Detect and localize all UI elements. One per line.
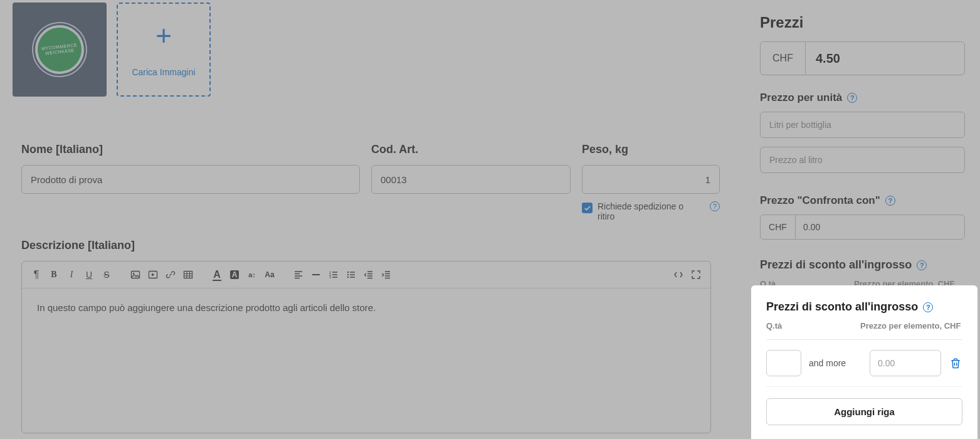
strikethrough-icon[interactable]: S bbox=[98, 267, 115, 283]
help-icon[interactable]: ? bbox=[885, 196, 895, 206]
name-input[interactable] bbox=[21, 165, 360, 194]
prices-heading: Prezzi bbox=[760, 14, 965, 31]
add-row-button[interactable]: Aggiungi riga bbox=[766, 398, 962, 425]
weight-input[interactable] bbox=[582, 165, 720, 194]
svg-rect-0 bbox=[132, 272, 140, 278]
description-editor: ¶ B I U S bbox=[21, 261, 711, 433]
editor-toolbar: ¶ B I U S bbox=[22, 262, 710, 288]
svg-text:3: 3 bbox=[329, 275, 331, 279]
images-panel: MYCOMMERCEWEICHKÄSE + Carica Immagini bbox=[0, 0, 732, 109]
help-icon[interactable]: ? bbox=[917, 260, 927, 270]
upload-image-button[interactable]: + Carica Immagini bbox=[117, 3, 211, 97]
compare-price-value: 0.00 bbox=[796, 215, 964, 239]
help-icon[interactable]: ? bbox=[847, 93, 857, 103]
description-text: In questo campo può aggiungere una descr… bbox=[37, 302, 376, 313]
per-unit-heading: Prezzo per unità ? bbox=[760, 92, 965, 104]
wholesale-panel-highlight: Prezzi di sconto all'ingrosso ? Q.tà Pre… bbox=[751, 285, 977, 439]
bold-icon[interactable]: B bbox=[46, 267, 62, 283]
trash-icon[interactable] bbox=[949, 356, 962, 370]
svg-rect-3 bbox=[184, 272, 192, 278]
svg-point-7 bbox=[347, 272, 349, 273]
per-unit-price-input[interactable] bbox=[760, 147, 965, 173]
svg-point-1 bbox=[133, 273, 134, 274]
product-image-thumbnail[interactable]: MYCOMMERCEWEICHKÄSE bbox=[13, 3, 107, 97]
italic-icon[interactable]: I bbox=[63, 267, 80, 283]
compare-price-heading: Prezzo "Confronta con" ? bbox=[760, 194, 965, 207]
wholesale-qty-input[interactable] bbox=[766, 350, 801, 376]
table-icon[interactable] bbox=[180, 267, 196, 283]
weight-label: Peso, kg bbox=[582, 143, 720, 156]
text-color-icon[interactable]: A bbox=[209, 267, 225, 283]
link-icon[interactable] bbox=[162, 267, 179, 283]
unordered-list-icon[interactable] bbox=[343, 267, 359, 283]
per-unit-quantity-input[interactable] bbox=[760, 112, 965, 138]
code-view-icon[interactable] bbox=[670, 267, 687, 283]
sku-input[interactable] bbox=[371, 165, 571, 194]
image-icon[interactable] bbox=[127, 267, 144, 283]
underline-icon[interactable]: U bbox=[81, 267, 97, 283]
help-icon[interactable]: ? bbox=[710, 201, 720, 211]
price-value: 4.50 bbox=[806, 42, 964, 75]
horizontal-rule-icon[interactable] bbox=[308, 267, 324, 283]
upload-label: Carica Immagini bbox=[132, 67, 195, 77]
description-label: Descrizione [Italiano] bbox=[21, 239, 135, 251]
svg-point-9 bbox=[347, 277, 349, 278]
background-color-icon[interactable]: A bbox=[226, 267, 243, 283]
fields-panel: Nome [Italiano] Cod. Art. Peso, kg bbox=[0, 124, 732, 439]
ordered-list-icon[interactable]: 123 bbox=[325, 267, 342, 283]
svg-point-8 bbox=[347, 274, 349, 275]
paragraph-icon[interactable]: ¶ bbox=[28, 267, 45, 283]
align-icon[interactable] bbox=[290, 267, 307, 283]
indent-icon[interactable] bbox=[378, 267, 394, 283]
prices-panel: Prezzi CHF 4.50 Prezzo per unità ? Prezz… bbox=[745, 0, 980, 243]
requires-shipping-checkbox[interactable] bbox=[582, 203, 593, 213]
price-input[interactable]: CHF 4.50 bbox=[760, 41, 965, 75]
requires-shipping-row: Richiede spedizione o ritiro ? bbox=[582, 201, 720, 221]
video-icon[interactable] bbox=[145, 267, 161, 283]
wholesale-price-input[interactable]: 0.00 bbox=[870, 350, 941, 376]
description-textarea[interactable]: In questo campo può aggiungere una descr… bbox=[22, 288, 710, 433]
name-label: Nome [Italiano] bbox=[21, 143, 360, 156]
currency-label: CHF bbox=[761, 215, 796, 239]
help-icon[interactable]: ? bbox=[923, 302, 933, 312]
compare-price-input[interactable]: CHF 0.00 bbox=[760, 214, 965, 240]
outdent-icon[interactable] bbox=[361, 267, 377, 283]
sku-label: Cod. Art. bbox=[371, 143, 571, 156]
font-family-icon[interactable]: Aa bbox=[261, 267, 278, 283]
wholesale-heading: Prezzi di sconto all'ingrosso ? bbox=[760, 258, 965, 272]
currency-label: CHF bbox=[761, 42, 806, 75]
fullscreen-icon[interactable] bbox=[688, 267, 704, 283]
requires-shipping-label: Richiede spedizione o ritiro bbox=[598, 201, 685, 221]
font-size-icon[interactable]: a↕ bbox=[244, 267, 260, 283]
plus-icon: + bbox=[155, 22, 172, 50]
